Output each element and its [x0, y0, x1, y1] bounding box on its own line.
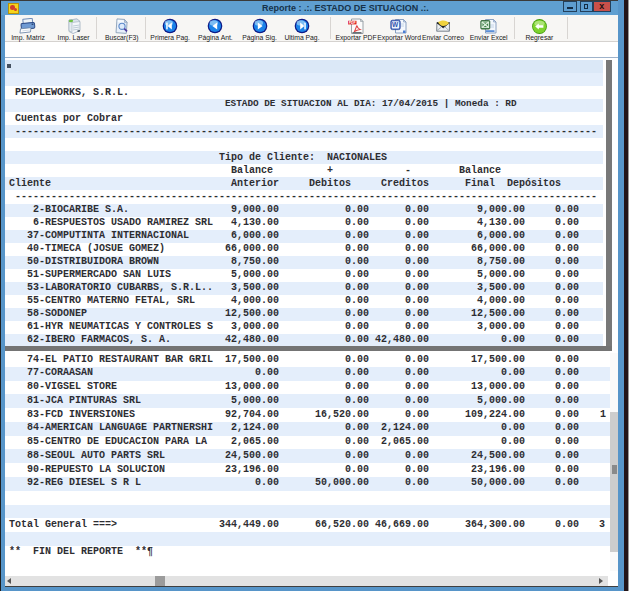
svg-text:PDF: PDF: [349, 20, 356, 24]
svg-text:W: W: [392, 21, 399, 28]
